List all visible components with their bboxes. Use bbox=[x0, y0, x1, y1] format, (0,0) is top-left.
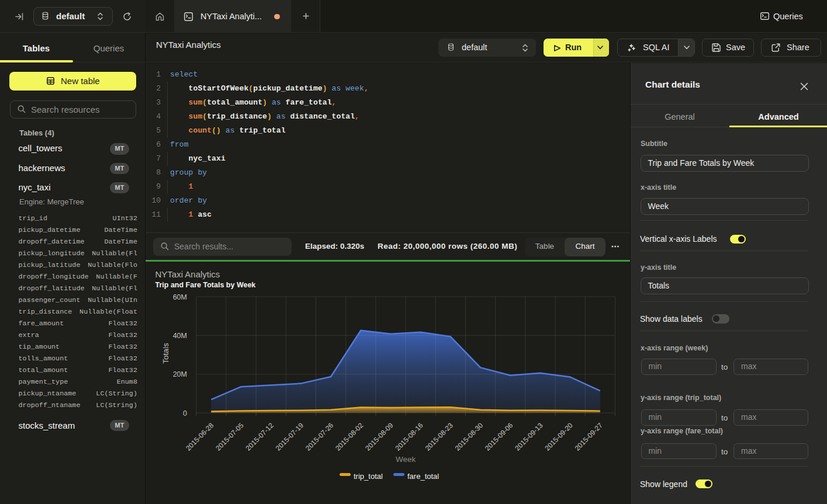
svg-text:trip_total: trip_total bbox=[354, 471, 383, 480]
svg-text:2015-07-26: 2015-07-26 bbox=[304, 420, 335, 452]
svg-text:2015-08-16: 2015-08-16 bbox=[393, 420, 425, 452]
svg-text:2015-09-06: 2015-09-06 bbox=[483, 420, 515, 452]
svg-text:2015-06-28: 2015-06-28 bbox=[184, 420, 216, 452]
svg-text:2015-07-12: 2015-07-12 bbox=[244, 420, 276, 452]
svg-text:2015-09-13: 2015-09-13 bbox=[513, 420, 545, 452]
svg-text:0: 0 bbox=[183, 409, 187, 417]
svg-text:2015-09-20: 2015-09-20 bbox=[543, 420, 575, 452]
svg-text:2015-08-02: 2015-08-02 bbox=[334, 420, 365, 452]
svg-text:20M: 20M bbox=[173, 370, 187, 378]
svg-text:2015-07-19: 2015-07-19 bbox=[274, 420, 306, 452]
svg-text:2015-08-23: 2015-08-23 bbox=[424, 420, 455, 452]
svg-text:40M: 40M bbox=[173, 331, 187, 339]
svg-text:2015-09-27: 2015-09-27 bbox=[573, 420, 605, 452]
svg-text:2015-08-09: 2015-08-09 bbox=[364, 420, 395, 452]
svg-text:2015-08-30: 2015-08-30 bbox=[454, 420, 485, 452]
svg-text:Totals: Totals bbox=[161, 343, 170, 364]
svg-text:Week: Week bbox=[396, 455, 416, 464]
svg-text:2015-07-05: 2015-07-05 bbox=[214, 420, 245, 452]
svg-text:fare_total: fare_total bbox=[407, 471, 439, 480]
svg-text:60M: 60M bbox=[173, 293, 187, 301]
